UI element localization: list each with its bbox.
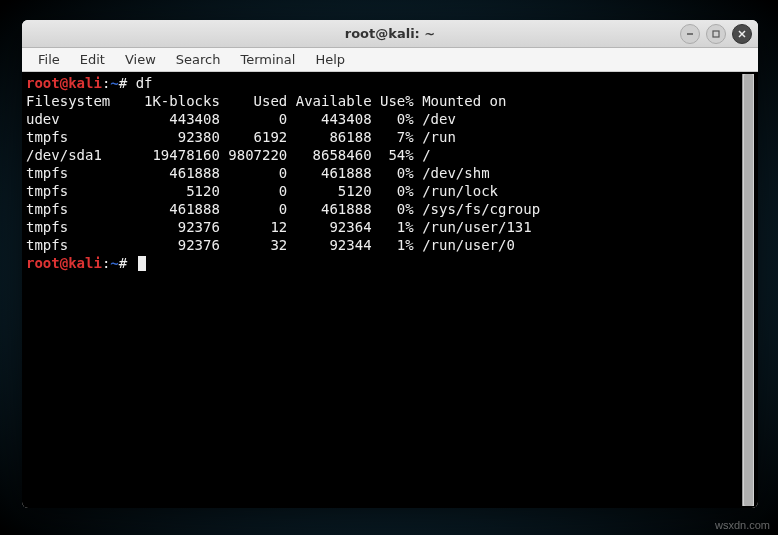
scrollbar[interactable] [742,74,754,506]
watermark: wsxdn.com [715,519,770,531]
minimize-button[interactable] [680,24,700,44]
terminal-body[interactable]: root@kali:~# df Filesystem 1K-blocks Use… [22,72,758,508]
menu-search[interactable]: Search [166,50,231,69]
menu-terminal[interactable]: Terminal [230,50,305,69]
menu-file[interactable]: File [28,50,70,69]
maximize-button[interactable] [706,24,726,44]
close-button[interactable] [732,24,752,44]
terminal-content[interactable]: root@kali:~# df Filesystem 1K-blocks Use… [26,74,742,506]
terminal-window: root@kali: ~ File Edit View Search Termi… [22,20,758,508]
scrollbar-thumb[interactable] [744,74,753,506]
menu-help[interactable]: Help [305,50,355,69]
menubar: File Edit View Search Terminal Help [22,48,758,72]
svg-rect-1 [713,31,719,37]
titlebar[interactable]: root@kali: ~ [22,20,758,48]
menu-view[interactable]: View [115,50,166,69]
window-controls [680,24,752,44]
cursor [138,256,146,271]
menu-edit[interactable]: Edit [70,50,115,69]
window-title: root@kali: ~ [345,26,435,41]
